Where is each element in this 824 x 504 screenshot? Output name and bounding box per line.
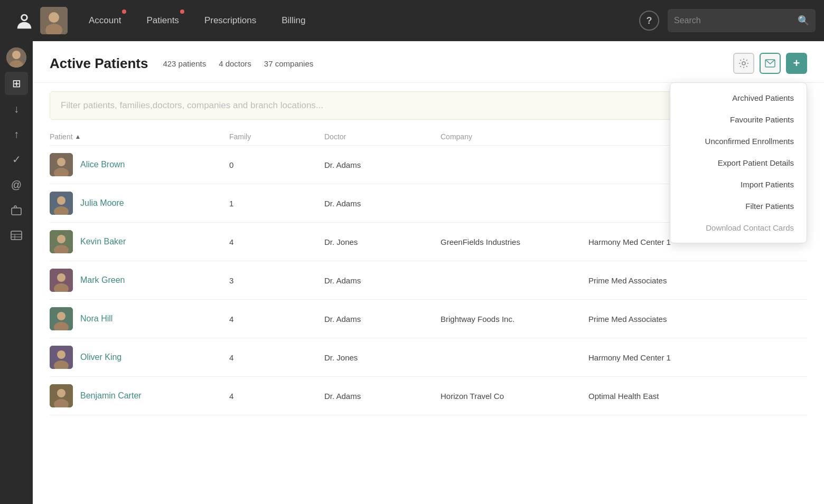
- gear-icon: [738, 58, 749, 69]
- nav-billing[interactable]: Billing: [269, 0, 318, 41]
- search-icon-button[interactable]: 🔍: [798, 15, 809, 26]
- family-cell: 4: [229, 392, 324, 401]
- nav-patients[interactable]: Patients: [134, 0, 191, 41]
- sidebar-item-download[interactable]: ↓: [5, 97, 28, 120]
- patient-name: Benjamin Carter: [80, 391, 142, 401]
- family-cell: 4: [229, 237, 324, 246]
- nav-right: ? 🔍: [639, 9, 816, 32]
- main-content: Active Patients 423 patients 4 doctors 3…: [33, 41, 824, 504]
- nav-prescriptions-label: Prescriptions: [204, 15, 256, 26]
- stat-doctors: 4 doctors: [219, 59, 251, 68]
- svg-point-25: [57, 273, 65, 282]
- main-header: Active Patients 423 patients 4 doctors 3…: [33, 41, 824, 83]
- sidebar-item-briefcase[interactable]: [5, 198, 28, 222]
- branch-cell: Harmony Med Center 1: [588, 353, 807, 362]
- doctor-cell: Dr. Jones: [324, 353, 441, 362]
- company-cell: Horizon Travel Co: [441, 392, 588, 401]
- family-cell: 4: [229, 315, 324, 324]
- nav-billing-label: Billing: [282, 15, 305, 26]
- patient-cell: Mark Green: [50, 269, 229, 292]
- doctor-cell: Dr. Jones: [324, 237, 441, 246]
- svg-point-34: [57, 389, 65, 397]
- svg-point-19: [57, 196, 65, 205]
- sidebar: ⊞ ↓ ↑ ✓ @: [0, 41, 33, 504]
- svg-point-6: [12, 51, 21, 59]
- table-row[interactable]: Oliver King 4 Dr. Jones Harmony Med Cent…: [50, 338, 807, 377]
- family-cell: 0: [229, 160, 324, 169]
- svg-point-22: [57, 235, 65, 243]
- dropdown-item-favourite-patients[interactable]: Favourite Patients: [670, 109, 807, 130]
- sort-arrow-patient: ▲: [75, 133, 81, 140]
- patient-avatar: [50, 307, 73, 330]
- dropdown-item-filter-patients[interactable]: Filter Patients: [670, 195, 807, 217]
- svg-point-28: [57, 312, 65, 320]
- col-header-company[interactable]: Company: [441, 132, 588, 141]
- search-input[interactable]: [674, 16, 798, 25]
- col-header-patient[interactable]: Patient ▲: [50, 132, 229, 141]
- sidebar-item-check[interactable]: ✓: [5, 148, 28, 171]
- patient-cell: Kevin Baker: [50, 230, 229, 253]
- patient-cell: Benjamin Carter: [50, 384, 229, 407]
- patient-cell: Julia Moore: [50, 192, 229, 215]
- dropdown-item-archived-patients[interactable]: Archived Patients: [670, 87, 807, 109]
- top-navigation: Account Patients Prescriptions Billing ?…: [0, 0, 824, 41]
- search-bar: 🔍: [668, 9, 816, 32]
- table-row[interactable]: Benjamin Carter 4 Dr. Adams Horizon Trav…: [50, 377, 807, 415]
- patient-name: Julia Moore: [80, 198, 124, 208]
- sidebar-item-table[interactable]: [5, 224, 28, 247]
- nav-account-label: Account: [89, 15, 121, 26]
- svg-rect-9: [11, 231, 22, 240]
- patient-avatar: [50, 230, 73, 253]
- stat-patients: 423 patients: [163, 59, 206, 68]
- patient-cell: Alice Brown: [50, 153, 229, 176]
- account-notification-dot: [122, 9, 126, 14]
- dropdown-item-import-patients[interactable]: Import Patients: [670, 174, 807, 195]
- filter-placeholder: Filter patients, families,doctors, compa…: [61, 100, 323, 110]
- patient-name: Kevin Baker: [80, 237, 126, 246]
- page-title: Active Patients: [50, 55, 148, 72]
- patient-avatar: [50, 384, 73, 407]
- dropdown-item-download-contact-cards[interactable]: Download Contact Cards: [670, 217, 807, 239]
- svg-rect-8: [12, 208, 21, 215]
- patient-name: Mark Green: [80, 275, 125, 285]
- family-cell: 4: [229, 353, 324, 362]
- sidebar-item-dashboard[interactable]: ⊞: [5, 72, 28, 95]
- nav-items: Account Patients Prescriptions Billing: [76, 0, 639, 41]
- sidebar-user-avatar[interactable]: [6, 47, 26, 68]
- svg-point-3: [49, 12, 59, 23]
- svg-point-1: [22, 16, 26, 20]
- patient-avatar: [50, 153, 73, 176]
- patient-avatar: [50, 269, 73, 292]
- help-button[interactable]: ?: [639, 11, 659, 31]
- table-row[interactable]: Mark Green 3 Dr. Adams Prime Med Associa…: [50, 261, 807, 300]
- email-button[interactable]: [760, 53, 781, 74]
- patient-name: Nora Hill: [80, 314, 113, 324]
- dropdown-item-unconfirmed-enrollments[interactable]: Unconfirmed Enrollments: [670, 130, 807, 152]
- add-button[interactable]: +: [786, 53, 807, 74]
- nav-prescriptions[interactable]: Prescriptions: [192, 0, 269, 41]
- header-actions: +: [733, 53, 807, 74]
- settings-button[interactable]: [733, 53, 754, 74]
- branch-cell: Optimal Health East: [588, 392, 807, 401]
- main-layout: ⊞ ↓ ↑ ✓ @ Active Patients 423 patients 4…: [0, 41, 824, 504]
- patients-notification-dot: [180, 9, 184, 14]
- svg-point-31: [57, 350, 65, 359]
- dropdown-item-export-patient-details[interactable]: Export Patient Details: [670, 152, 807, 174]
- stat-companies: 37 companies: [264, 59, 313, 68]
- sidebar-item-upload[interactable]: ↑: [5, 122, 28, 146]
- col-header-family[interactable]: Family: [229, 132, 324, 141]
- table-row[interactable]: Nora Hill 4 Dr. Adams Brightway Foods In…: [50, 300, 807, 338]
- col-header-doctor[interactable]: Doctor: [324, 132, 441, 141]
- svg-point-13: [742, 62, 745, 65]
- patient-cell: Nora Hill: [50, 307, 229, 330]
- nav-account[interactable]: Account: [76, 0, 134, 41]
- avatar-image: [50, 384, 73, 407]
- patient-avatar: [50, 192, 73, 215]
- sidebar-item-email[interactable]: @: [5, 173, 28, 196]
- avatar-image: [50, 346, 73, 369]
- avatar-image: [50, 230, 73, 253]
- patient-name: Oliver King: [80, 353, 121, 362]
- patient-avatar: [50, 346, 73, 369]
- svg-point-16: [57, 158, 65, 166]
- user-avatar-nav[interactable]: [40, 7, 68, 34]
